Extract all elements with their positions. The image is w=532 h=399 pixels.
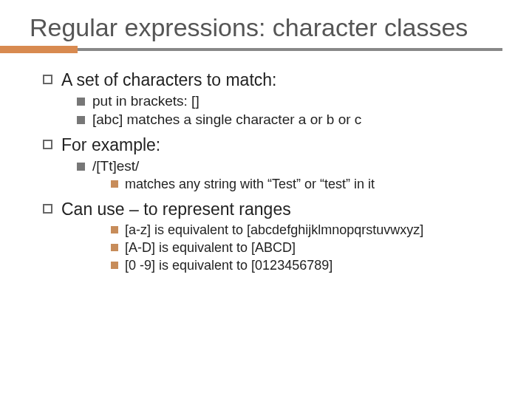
list-item: [A-D] is equivalent to [ABCD] — [111, 240, 502, 256]
list-item: /[Tt]est/ — [77, 158, 502, 174]
bullet-square-icon — [77, 163, 85, 171]
list-text: Can use – to represent ranges — [61, 200, 291, 219]
bullet-open-icon — [43, 75, 52, 84]
bullet-open-icon — [43, 140, 52, 149]
list-item: [abc] matches a single character a or b … — [77, 112, 502, 128]
bullet-small-icon — [111, 262, 118, 269]
slide-body: A set of characters to match: put in bra… — [30, 70, 502, 273]
bullet-small-icon — [111, 180, 118, 188]
bullet-small-icon — [111, 226, 118, 233]
list-text: A set of characters to match: — [61, 70, 276, 90]
bullet-square-icon — [77, 98, 85, 106]
list-text: put in brackets: [] — [92, 93, 200, 109]
list-text: [abc] matches a single character a or b … — [92, 112, 361, 128]
list-text: For example: — [61, 135, 160, 155]
list-item: [a-z] is equivalent to [abcdefghijklmnop… — [111, 222, 502, 238]
list-item: For example: — [43, 135, 502, 155]
list-item: matches any string with “Test” or “test”… — [111, 177, 502, 192]
bullet-open-icon — [43, 204, 52, 214]
bullet-square-icon — [77, 116, 85, 124]
list-text: [0 -9] is equivalent to [0123456789] — [125, 258, 332, 273]
title-underline — [30, 48, 502, 51]
list-text: /[Tt]est/ — [92, 158, 139, 174]
list-item: put in brackets: [] — [77, 93, 502, 109]
bullet-small-icon — [111, 244, 118, 251]
list-item: [0 -9] is equivalent to [0123456789] — [111, 258, 502, 273]
list-item: A set of characters to match: — [43, 70, 502, 90]
list-text: [a-z] is equivalent to [abcdefghijklmnop… — [125, 222, 423, 238]
slide-title: Regular expressions: character classes — [30, 13, 502, 42]
list-text: matches any string with “Test” or “test”… — [125, 177, 375, 192]
list-text: [A-D] is equivalent to [ABCD] — [125, 240, 296, 256]
list-item: Can use – to represent ranges — [43, 200, 502, 219]
